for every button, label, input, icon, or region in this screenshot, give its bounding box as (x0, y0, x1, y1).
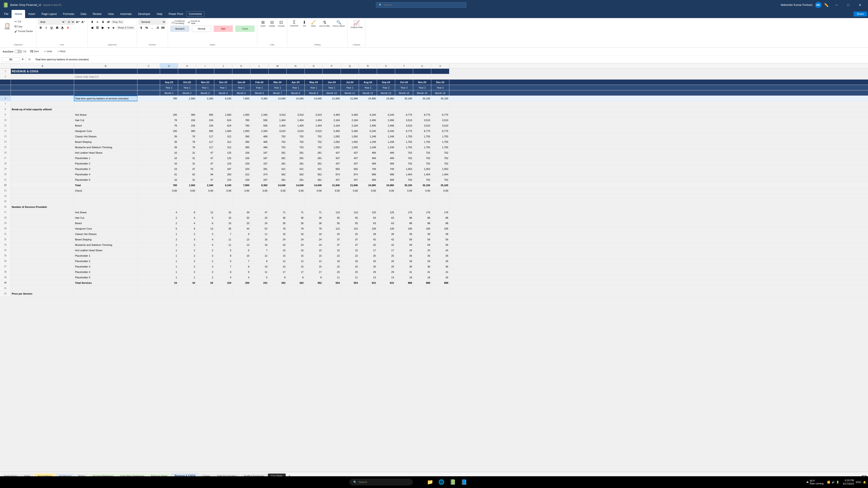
cell-h5[interactable]: Month 2 (178, 90, 196, 96)
cell-t4[interactable]: Year 2 (395, 85, 413, 90)
delete-button[interactable]: ⊟ Delete (268, 20, 276, 28)
cell-o3[interactable]: May-24 (305, 79, 323, 85)
cell-j39[interactable]: 4 (214, 275, 232, 280)
undo-button[interactable]: ↩ Undo (43, 50, 54, 53)
col-header-h[interactable]: H (178, 63, 196, 68)
cell-g37[interactable]: 1 (160, 264, 178, 269)
cell-k21[interactable]: 156 (232, 177, 250, 182)
cell-i33[interactable]: 4 (196, 242, 214, 248)
cell-n20[interactable]: 562 (287, 172, 305, 177)
cell-j36[interactable]: 5 (214, 258, 232, 264)
cell-g33[interactable]: 2 (160, 242, 178, 248)
start-button[interactable]: ⊞ (2, 476, 12, 488)
cell-o4[interactable]: Year 1 (305, 85, 323, 90)
cell-n5[interactable]: Month 8 (287, 90, 305, 96)
cell-i32[interactable]: 4 (196, 237, 214, 242)
cell-v28[interactable]: 88 (431, 215, 450, 220)
customize-icon[interactable]: ✏️ (824, 3, 829, 7)
cell-i35[interactable]: 3 (196, 253, 214, 258)
cell-m29[interactable]: 36 (269, 221, 287, 226)
cell-r18[interactable]: 499 (359, 161, 377, 166)
cell-v15[interactable]: 1,755 (431, 144, 450, 150)
cell-m4[interactable]: Year 1 (269, 85, 287, 90)
indent-inc-button[interactable]: ► (111, 25, 116, 30)
col-header-v[interactable]: V (431, 63, 450, 68)
cell-m37[interactable]: 15 (269, 264, 287, 269)
cell-s20[interactable]: 998 (377, 172, 395, 177)
cell-k36[interactable]: 7 (232, 258, 250, 264)
cell-u17[interactable]: 702 (413, 156, 431, 161)
cell-i38[interactable]: 3 (196, 269, 214, 274)
cell-n11[interactable]: 1,404 (287, 123, 305, 128)
share-button[interactable]: Share (854, 11, 867, 17)
cell-b30[interactable]: Hangover Cure (74, 226, 137, 231)
dec-decimal-button[interactable]: 00 (160, 25, 165, 30)
cell-b37[interactable]: Placeholder 3 (74, 264, 137, 269)
cell-r15[interactable]: 1,248 (359, 144, 377, 150)
cell-n18[interactable]: 281 (287, 161, 305, 166)
col-header-j[interactable]: J (214, 63, 232, 68)
cell-k19[interactable]: 234 (232, 166, 250, 171)
cell-o37[interactable]: 15 (305, 264, 323, 269)
cell-j14[interactable]: 312 (214, 139, 232, 144)
cell-t33[interactable]: 59 (395, 242, 413, 248)
cell-m23[interactable]: 0.00 (269, 188, 287, 193)
cell-t29[interactable]: 88 (395, 221, 413, 226)
cell-j29[interactable]: 16 (214, 221, 232, 226)
good-style[interactable]: Good (235, 26, 255, 32)
cell-v33[interactable]: 59 (431, 242, 450, 248)
cell-h29[interactable]: 4 (178, 221, 196, 226)
cell-v30[interactable]: 195 (431, 226, 450, 231)
cell-r20[interactable]: 998 (359, 172, 377, 177)
font-name-selector[interactable]: Arial (38, 20, 65, 24)
cell-t32[interactable]: 59 (395, 237, 413, 242)
cell-h4[interactable]: Year 1 (178, 85, 196, 90)
cell-r30[interactable]: 139 (359, 226, 377, 231)
cell-l28[interactable]: 24 (250, 215, 269, 220)
cell-h28[interactable]: 4 (178, 215, 196, 220)
cell-h16[interactable]: 31 (178, 150, 196, 155)
cell-h9[interactable]: 390 (178, 112, 196, 117)
cell-o12[interactable]: 3,510 (305, 128, 323, 133)
cell-p16[interactable]: 437 (323, 150, 341, 155)
cell-b6[interactable]: Total time spent by barbers of services … (74, 96, 137, 101)
redo-button[interactable]: ↪ Redo (56, 50, 67, 53)
cell-u39[interactable]: 18 (413, 275, 431, 280)
cell-j4[interactable]: Year 1 (214, 85, 232, 90)
cell-k30[interactable]: 44 (232, 226, 250, 231)
cell-t17[interactable]: 702 (395, 156, 413, 161)
cell-t36[interactable]: 29 (395, 258, 413, 264)
cell-n37[interactable]: 15 (287, 264, 305, 269)
cell-n32[interactable]: 24 (287, 237, 305, 242)
cell-t34[interactable]: 24 (395, 248, 413, 253)
cell-u22[interactable]: 35,100 (413, 183, 431, 188)
cell-u21[interactable]: 702 (413, 177, 431, 182)
cell-p37[interactable]: 22 (323, 264, 341, 269)
cell-v36[interactable]: 29 (431, 258, 450, 264)
cell-l6[interactable]: 9,360 (250, 96, 269, 101)
cell-v38[interactable]: 41 (431, 269, 450, 274)
cell-k39[interactable]: 4 (232, 275, 250, 280)
cell-h34[interactable]: 2 (178, 248, 196, 253)
cell-n31[interactable]: 16 (287, 231, 305, 236)
cut-button[interactable]: ✂Cut (13, 20, 34, 24)
wrap-text-button[interactable]: Wrap Text (111, 20, 124, 24)
cell-s37[interactable]: 25 (377, 264, 395, 269)
cell-j28[interactable]: 16 (214, 215, 232, 220)
cell-v19[interactable]: 1,053 (431, 166, 450, 171)
cell-t40[interactable]: 888 (395, 280, 413, 285)
cell-t6[interactable]: 35,100 (395, 96, 413, 101)
cell-h27[interactable]: 8 (178, 210, 196, 215)
language-indicator[interactable]: ENG (856, 481, 861, 484)
tab-automate[interactable]: Automate (117, 10, 135, 18)
cell-u27[interactable]: 176 (413, 210, 431, 215)
cell-t11[interactable]: 3,510 (395, 123, 413, 128)
cell-p14[interactable]: 1,092 (323, 139, 341, 144)
cell-s5[interactable]: Month 13 (377, 90, 395, 96)
cell-v16[interactable]: 702 (431, 150, 450, 155)
tab-formulas[interactable]: Formulas (60, 10, 78, 18)
cell-n28[interactable]: 36 (287, 215, 305, 220)
cell-g12[interactable]: 195 (160, 128, 178, 133)
cell-h35[interactable]: 2 (178, 253, 196, 258)
cell-i29[interactable]: 6 (196, 221, 214, 226)
